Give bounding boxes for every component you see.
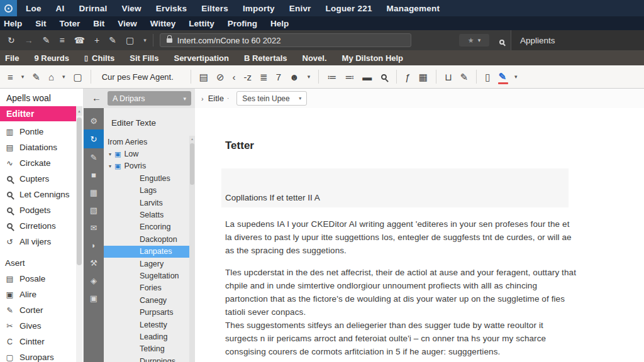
tree-node[interactable]: Lagery <box>104 258 195 270</box>
menu-loe[interactable]: Loe <box>26 4 42 13</box>
sidebar-item-corter[interactable]: ✎ Corter <box>0 302 76 318</box>
sidebar-item-alire[interactable]: ▣ Alire <box>0 287 76 302</box>
tree-scrollbar[interactable]: ▴ <box>189 136 195 362</box>
tree-group[interactable]: Irom Aeries <box>104 136 195 148</box>
tree-node[interactable]: Dackopton <box>104 233 195 245</box>
tree-node[interactable]: Leading <box>104 331 195 343</box>
eraser-icon[interactable]: ⊘ <box>216 72 225 82</box>
menu2-lettity[interactable]: Lettity <box>189 19 214 28</box>
angle-left-icon[interactable]: ‹ <box>233 72 236 82</box>
mail-icon[interactable]: ✉ <box>84 219 104 236</box>
tree-node[interactable]: Encoring <box>104 221 195 233</box>
phone-icon[interactable]: ☎ <box>74 36 85 45</box>
menu-eilters[interactable]: Eilters <box>201 4 228 13</box>
chevron-down-icon[interactable]: ▾ <box>62 74 65 80</box>
sidebar-item-all-vijers[interactable]: ↺ All vijers <box>0 234 76 250</box>
tree-node-povris[interactable]: ▾ ▣ Povris <box>104 160 195 172</box>
sidebar-item-gives[interactable]: ✂ Gives <box>0 318 76 334</box>
list-icon[interactable]: ≡ <box>59 36 64 45</box>
sidebar-item-cirretions[interactable]: Cirretions <box>0 218 76 234</box>
search-field[interactable]: Applients <box>511 30 644 50</box>
numbered-list-icon[interactable]: ≕ <box>345 72 354 82</box>
menu2-profing[interactable]: Profing <box>228 19 257 28</box>
menu-importy[interactable]: Importy <box>243 4 275 13</box>
refresh-icon[interactable]: ↻ <box>8 36 15 45</box>
sidebar-item-suropars[interactable]: ▢ Suropars <box>0 349 76 362</box>
person-icon[interactable]: ☻ <box>289 72 299 82</box>
menu-enivr[interactable]: Enivr <box>289 4 311 13</box>
tree-node[interactable]: Larvits <box>104 197 195 209</box>
menu3-sit-fills[interactable]: Sit Fills <box>130 53 158 63</box>
menu2-help[interactable]: Help <box>4 19 22 28</box>
tree-node[interactable]: Tetking <box>104 343 195 355</box>
clipboard-icon[interactable]: ▤ <box>199 72 208 82</box>
forward-icon[interactable]: → <box>25 36 33 45</box>
menu3-file[interactable]: File <box>5 53 19 63</box>
tree-node[interactable]: Selatts <box>104 209 195 221</box>
tree-node[interactable]: Engutles <box>104 172 195 184</box>
home-icon[interactable]: ⌂ <box>48 72 54 82</box>
hamburger-icon[interactable]: ≡ <box>8 72 13 82</box>
tree-root-item[interactable]: Editer Texte <box>104 114 195 131</box>
menu2-help2[interactable]: Help <box>270 19 289 28</box>
image-icon[interactable]: ▦ <box>84 184 104 201</box>
breadcrumb-label[interactable]: Eitle <box>208 94 224 103</box>
pen-icon[interactable]: ✎ <box>32 72 40 82</box>
feather-icon[interactable]: ✎ <box>84 148 104 166</box>
plus-icon[interactable]: + <box>94 36 99 45</box>
table-icon[interactable]: ▦ <box>419 72 428 82</box>
menu3-dilston-help[interactable]: My Dilston Help <box>342 53 404 63</box>
sidebar-item-diatations[interactable]: ▤ Diatations <box>0 140 76 155</box>
search-icon[interactable] <box>499 36 504 47</box>
menu3-chilts[interactable]: ▯ Chilts <box>84 53 114 63</box>
menu3-novel[interactable]: Novel. <box>303 53 327 63</box>
font-color-pen-icon[interactable]: ✎ <box>498 71 506 82</box>
chat-icon[interactable]: ◗ <box>84 236 104 254</box>
sidebar-item-circkate[interactable]: ∿ Circkate <box>0 155 76 171</box>
seven-label[interactable]: 7 <box>276 72 281 82</box>
app-logo[interactable] <box>0 0 17 16</box>
back-arrow-icon[interactable]: ← <box>92 92 101 103</box>
address-bar[interactable]: Intert.com/nCone to 60 2022 <box>160 33 411 47</box>
sidebar-item-editter[interactable]: Editter <box>0 106 76 121</box>
menu3-retertals[interactable]: B Retertals <box>244 53 287 63</box>
gear-icon[interactable]: ⚙ <box>84 112 104 129</box>
search-icon[interactable] <box>381 74 387 80</box>
pattern-icon[interactable]: ▧ <box>84 201 104 219</box>
tree-node[interactable]: Lags <box>104 185 195 197</box>
sidebar-scrollbar[interactable]: ▴ <box>76 106 82 362</box>
menu2-bit[interactable]: Bit <box>93 19 104 28</box>
tree-node-selected[interactable]: Lanpates <box>104 246 195 258</box>
menu3-servertipation[interactable]: Servertipation <box>174 53 228 63</box>
sidebar-item-cintter[interactable]: C Cintter <box>0 334 76 349</box>
menu-ervisks[interactable]: Ervisks <box>156 4 187 13</box>
new-document-icon[interactable]: ▢ <box>73 72 82 82</box>
page-icon[interactable]: ▯ <box>485 72 490 82</box>
pencil-icon[interactable]: ✎ <box>460 72 469 82</box>
scrollbar-thumb[interactable] <box>190 143 194 185</box>
sidebar-item-posale[interactable]: ▤ Posale <box>0 271 76 287</box>
scroll-up-icon[interactable]: ▴ <box>189 136 195 142</box>
document-pane[interactable]: Tetter Copllations If et tetter II A La … <box>195 108 644 362</box>
menu2-view[interactable]: View <box>118 19 137 28</box>
refresh-icon-selected[interactable]: ↻ <box>84 129 104 148</box>
menu-ai[interactable]: AI <box>56 4 65 13</box>
menu-loguer[interactable]: Loguer 221 <box>326 4 372 13</box>
block-icon[interactable]: ▬ <box>362 72 372 82</box>
menu2-toter[interactable]: Toter <box>60 19 80 28</box>
menu2-sit[interactable]: Sit <box>35 19 46 28</box>
tree-node[interactable]: Sugeltation <box>104 270 195 282</box>
sidebar-item-pontle[interactable]: ▥ Pontle <box>0 124 76 140</box>
checklist-icon[interactable]: ≔ <box>327 72 336 82</box>
chevron-down-icon[interactable]: ▾ <box>514 74 518 80</box>
sidebar-item-let-cennigns[interactable]: Let Cennigns <box>0 187 76 202</box>
chevron-down-icon[interactable]: ▾ <box>21 74 25 80</box>
tree-node[interactable]: Durnpings <box>104 355 195 362</box>
type-dropdown[interactable]: Ses tein Upee ▾ <box>236 91 307 106</box>
scrollbar-thumb[interactable] <box>77 118 82 265</box>
tree-node[interactable]: Letestty <box>104 319 195 331</box>
tree-node[interactable]: Purpsarts <box>104 306 195 318</box>
menu-drirnal[interactable]: Drirnal <box>79 4 108 13</box>
sidebar-item-cupters[interactable]: Cupters <box>0 171 76 187</box>
pen2-icon[interactable]: ✎ <box>109 36 116 45</box>
